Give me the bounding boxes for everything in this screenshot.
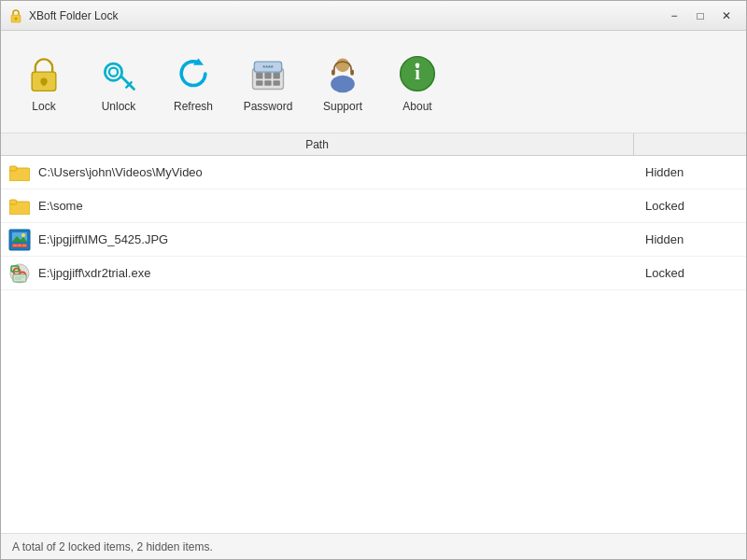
about-button-label: About [402,100,431,113]
svg-rect-4 [42,81,46,86]
main-window: XBoft Folder Lock − □ ✕ Lock [0,0,747,560]
status-text: A total of 2 locked items, 2 hidden item… [12,540,213,553]
svg-rect-15 [256,80,262,85]
svg-rect-38 [22,245,26,246]
toolbar: Lock Unlock [1,31,746,133]
status-column-header [634,133,746,155]
item-path: E:\jpgjiff\xdr2trial.exe [38,266,627,280]
item-status: Hidden [627,165,739,179]
password-button-label: Password [244,100,293,113]
svg-rect-13 [264,72,271,78]
svg-point-20 [336,58,350,72]
title-bar: XBoft Folder Lock − □ ✕ [1,1,746,31]
unlock-icon [96,51,141,96]
svg-point-6 [109,67,118,76]
app-icon [8,8,23,23]
list-item[interactable]: E:\jpgjiff\IMG_5425.JPG Hidden [1,223,746,257]
refresh-icon [171,51,216,96]
close-button[interactable]: ✕ [714,7,739,25]
svg-text:****: **** [262,63,274,72]
svg-rect-23 [350,69,354,75]
item-path: E:\jpgjiff\IMG_5425.JPG [38,232,627,246]
svg-rect-36 [13,245,17,246]
item-status: Locked [627,199,739,213]
item-status: Hidden [627,232,739,246]
exe-icon [8,262,31,285]
svg-rect-17 [274,80,280,85]
password-button[interactable]: **** Password [233,37,303,126]
folder-icon [8,161,31,184]
support-button-label: Support [323,100,362,113]
file-list: C:\Users\john\Videos\MyVideo Hidden E:\s… [1,156,746,533]
svg-point-1 [15,17,18,20]
maximize-button[interactable]: □ [688,7,712,25]
svg-point-21 [331,75,355,91]
folder-icon [8,195,31,217]
list-item[interactable]: E:\some Locked [1,189,746,223]
svg-rect-37 [18,245,21,246]
about-icon: i [395,51,440,96]
image-icon [8,229,31,251]
svg-point-5 [105,63,121,80]
svg-line-9 [126,84,129,87]
svg-rect-28 [9,166,17,171]
list-header: Path [1,133,746,156]
window-title: XBoft Folder Lock [29,9,662,22]
list-item[interactable]: C:\Users\john\Videos\MyVideo Hidden [1,156,746,189]
list-item[interactable]: E:\jpgjiff\xdr2trial.exe Locked [1,257,746,290]
minimize-button[interactable]: − [662,7,686,25]
status-bar: A total of 2 locked items, 2 hidden item… [1,533,746,559]
password-icon: **** [246,51,290,96]
path-column-header: Path [1,133,634,155]
support-icon [320,51,365,96]
about-button[interactable]: i About [382,37,453,126]
window-controls: − □ ✕ [662,7,739,25]
lock-button[interactable]: Lock [8,37,79,126]
item-path: C:\Users\john\Videos\MyVideo [38,165,627,179]
support-button[interactable]: Support [307,37,378,126]
content-area: Path C:\Users\john\Videos\MyVideo Hidden [1,133,746,533]
svg-rect-43 [13,274,26,282]
svg-point-34 [21,233,25,237]
lock-icon [21,51,66,96]
lock-button-label: Lock [32,100,55,113]
svg-point-26 [416,63,420,67]
refresh-button-label: Refresh [174,100,213,113]
refresh-button[interactable]: Refresh [158,37,229,126]
item-path: E:\some [38,199,627,213]
svg-rect-30 [9,200,17,204]
svg-rect-12 [256,72,262,78]
unlock-button[interactable]: Unlock [83,37,154,126]
svg-rect-16 [264,80,271,85]
svg-rect-14 [274,72,280,78]
item-status: Locked [627,266,739,280]
unlock-button-label: Unlock [102,100,136,113]
svg-rect-22 [331,69,335,75]
